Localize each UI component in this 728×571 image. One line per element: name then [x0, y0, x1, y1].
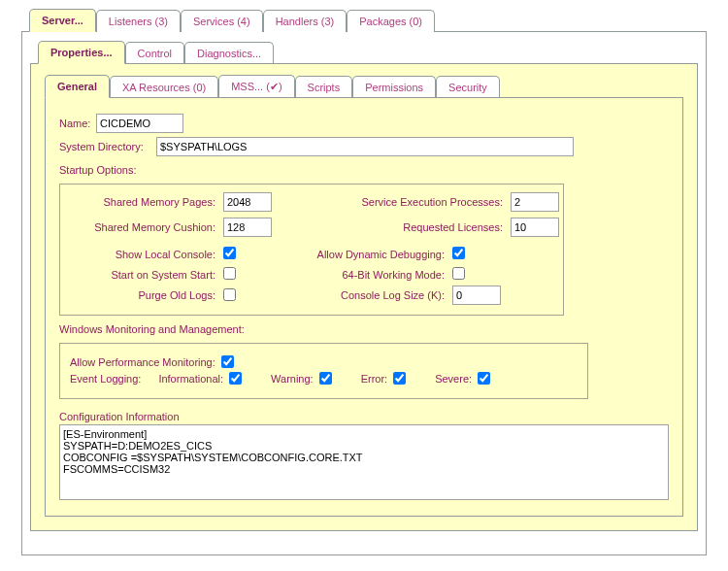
label-show-local-console: Show Local Console: [70, 249, 215, 260]
check-show-local-console[interactable] [223, 247, 236, 259]
label-error: Error: [361, 373, 388, 385]
tab-mss[interactable]: MSS... (✔) [218, 75, 294, 98]
tab-security[interactable]: Security [436, 76, 500, 98]
check-purge-old-logs[interactable] [223, 288, 236, 301]
label-shared-mem-cushion: Shared Memory Cushion: [70, 221, 215, 233]
tab-diagnostics[interactable]: Diagnostics... [184, 42, 274, 64]
check-64bit[interactable] [452, 267, 465, 280]
label-severe: Severe: [435, 373, 472, 385]
tab-scripts[interactable]: Scripts [295, 76, 353, 98]
label-64bit: 64-Bit Working Mode: [260, 269, 445, 281]
check-informational[interactable] [229, 372, 242, 385]
label-requested-licenses: Requested Licenses: [299, 221, 503, 233]
check-allow-perf-mon[interactable] [221, 355, 234, 368]
check-warning[interactable] [319, 372, 332, 385]
label-purge-old-logs: Purge Old Logs: [70, 289, 215, 301]
prop-tabstrip: General XA Resources (0) MSS... (✔) Scri… [45, 74, 683, 97]
label-console-log-size: Console Log Size (K): [260, 289, 445, 301]
tab-permissions[interactable]: Permissions [352, 76, 436, 98]
label-allow-dyn-dbg: Allow Dynamic Debugging: [260, 249, 445, 260]
grid-startup-last: Purge Old Logs: Console Log Size (K): [70, 286, 553, 305]
label-start-on-sys: Start on System Start: [70, 269, 215, 281]
row-event-logging: Event Logging: Informational: Warning: E… [70, 372, 578, 385]
fieldset-startup: Shared Memory Pages: Service Execution P… [59, 184, 564, 316]
input-sysdir[interactable] [156, 137, 574, 156]
tab-xa-resources[interactable]: XA Resources (0) [110, 76, 218, 98]
row-allow-perf-mon: Allow Performance Monitoring: [70, 355, 578, 368]
tab-properties[interactable]: Properties... [38, 41, 125, 64]
top-tabstrip: Server... Listeners (3) Services (4) Han… [21, 0, 728, 31]
input-svc-exec-proc[interactable] [511, 192, 559, 212]
input-shared-mem-pages[interactable] [223, 192, 272, 212]
sub-tabstrip: Properties... Control Diagnostics... [30, 32, 706, 63]
check-start-on-sys[interactable] [223, 267, 236, 280]
label-warning: Warning: [271, 373, 314, 385]
fieldset-monitoring: Allow Performance Monitoring: Event Logg… [59, 343, 588, 399]
label-shared-mem-pages: Shared Memory Pages: [70, 196, 215, 208]
input-requested-licenses[interactable] [511, 218, 559, 237]
tab-server[interactable]: Server... [29, 9, 96, 32]
input-name[interactable] [96, 114, 183, 133]
check-error[interactable] [393, 372, 406, 385]
tab-control[interactable]: Control [125, 42, 184, 64]
input-shared-mem-cushion[interactable] [223, 218, 272, 237]
check-allow-dyn-dbg[interactable] [452, 247, 465, 259]
tab-services[interactable]: Services (4) [181, 10, 263, 32]
label-allow-perf-mon: Allow Performance Monitoring: [70, 356, 215, 368]
tab-general[interactable]: General [45, 75, 110, 98]
label-win-mon-mgmt: Windows Monitoring and Management: [59, 323, 669, 335]
grid-startup-top: Shared Memory Pages: Service Execution P… [70, 192, 553, 237]
label-startup-options: Startup Options: [59, 164, 669, 176]
textarea-config-info[interactable] [59, 424, 669, 500]
label-event-logging: Event Logging: [70, 373, 141, 385]
label-config-info: Configuration Information [59, 411, 669, 422]
label-informational: Informational: [158, 373, 223, 385]
label-svc-exec-proc: Service Execution Processes: [299, 196, 503, 208]
label-name: Name: [59, 118, 96, 129]
tab-handlers[interactable]: Handlers (3) [263, 10, 347, 32]
tab-packages[interactable]: Packages (0) [347, 10, 435, 32]
row-name: Name: [59, 114, 669, 133]
check-severe[interactable] [478, 372, 490, 385]
grid-startup-checks: Show Local Console: Allow Dynamic Debugg… [70, 247, 553, 282]
row-sysdir: System Directory: [59, 137, 669, 156]
tab-listeners[interactable]: Listeners (3) [96, 10, 181, 32]
input-console-log-size[interactable] [452, 286, 501, 305]
label-sysdir: System Directory: [59, 141, 156, 152]
